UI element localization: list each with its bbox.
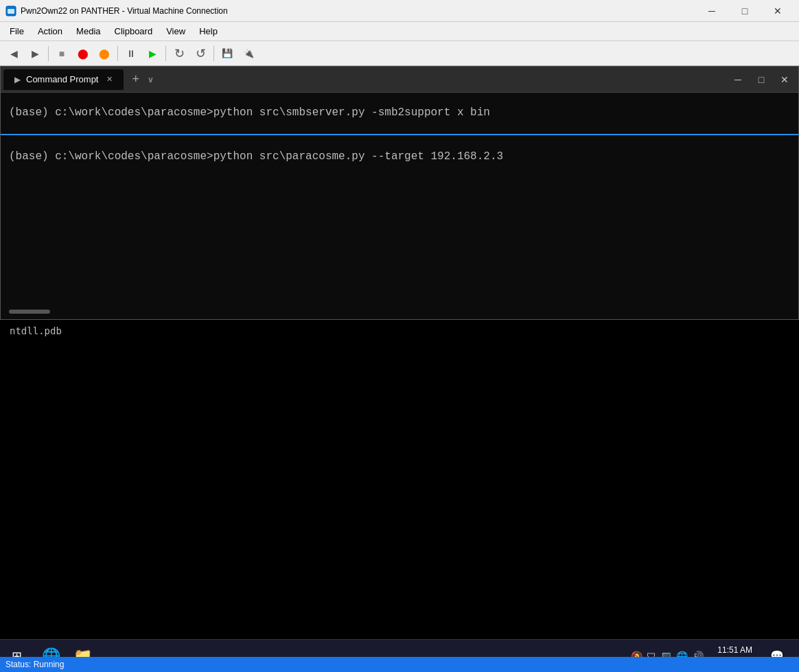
terminal-tab-close-button[interactable]: ✕ — [106, 75, 113, 84]
terminal-tabbar: ▶ Command Prompt ✕ + ∨ ─ □ ✕ — [1, 67, 798, 93]
window-title: Pwn2Own22 on PANTHER - Virtual Machine C… — [21, 6, 696, 16]
terminal-minimize-button[interactable]: ─ — [727, 70, 749, 89]
undo-button[interactable]: ↺ — [191, 44, 210, 63]
terminal-tab-chevron[interactable]: ∨ — [145, 75, 157, 84]
refresh-button[interactable]: ↻ — [170, 44, 189, 63]
status-bar: Status: Running — [0, 657, 799, 672]
terminal-maximize-button[interactable]: □ — [750, 70, 772, 89]
terminal-divider — [1, 134, 798, 135]
vm-window-icon — [5, 5, 16, 16]
terminal-window-controls: ─ □ ✕ — [727, 70, 796, 89]
terminal-tab-icon: ▶ — [14, 75, 21, 84]
usb-button[interactable]: 🔌 — [239, 44, 258, 63]
maximize-button[interactable]: □ — [729, 0, 761, 22]
status-text: Status: Running — [5, 660, 64, 669]
title-bar: Pwn2Own22 on PANTHER - Virtual Machine C… — [0, 0, 799, 22]
toolbar: ◀ ▶ ■ ⬤ ⬤ ⏸ ▶ ↻ ↺ 💾 🔌 — [0, 41, 799, 66]
terminal-new-tab-button[interactable]: + — [126, 72, 145, 86]
close-button[interactable]: ✕ — [762, 0, 794, 22]
pause-button[interactable]: ⏸ — [121, 44, 141, 63]
toolbar-sep-2 — [117, 46, 118, 61]
minimize-button[interactable]: ─ — [696, 0, 728, 22]
toolbar-sep-3 — [165, 46, 166, 61]
terminal-close-button[interactable]: ✕ — [774, 70, 796, 89]
terminal-content: (base) c:\work\codes\paracosme>python sr… — [1, 93, 798, 132]
toolbar-sep-1 — [48, 46, 49, 61]
menu-clipboard[interactable]: Clipboard — [108, 22, 160, 40]
terminal-scrollbar[interactable] — [9, 310, 50, 314]
play-button[interactable]: ▶ — [143, 44, 162, 63]
drive-button[interactable]: 💾 — [218, 44, 237, 63]
orange-circle-button[interactable]: ⬤ — [95, 44, 114, 63]
menu-help[interactable]: Help — [192, 22, 224, 40]
window-controls: ─ □ ✕ — [696, 0, 794, 22]
terminal-content-2: (base) c:\work\codes\paracosme>python sr… — [1, 137, 798, 176]
menu-bar: File Action Media Clipboard View Help — [0, 22, 799, 41]
clock-time: 11:51 AM — [717, 645, 752, 656]
red-circle-button[interactable]: ⬤ — [73, 44, 93, 63]
back-button[interactable]: ◀ — [4, 44, 23, 63]
forward-button[interactable]: ▶ — [25, 44, 45, 63]
terminal-tab-label: Command Prompt — [26, 74, 98, 84]
menu-file[interactable]: File — [3, 22, 31, 40]
terminal-line-1: (base) c:\work\codes\paracosme>python sr… — [9, 98, 790, 127]
vm-area: ▶ Command Prompt ✕ + ∨ ─ □ ✕ (base) c:\w… — [0, 66, 799, 672]
terminal-window: ▶ Command Prompt ✕ + ∨ ─ □ ✕ (base) c:\w… — [0, 66, 799, 320]
desktop-area: ntdll.pdb — [0, 320, 799, 639]
menu-media[interactable]: Media — [69, 22, 107, 40]
stop-button[interactable]: ■ — [52, 44, 71, 63]
terminal-line-2: (base) c:\work\codes\paracosme>python sr… — [9, 142, 790, 171]
svg-rect-1 — [8, 9, 14, 14]
menu-view[interactable]: View — [159, 22, 192, 40]
toolbar-sep-4 — [213, 46, 214, 61]
menu-action[interactable]: Action — [31, 22, 69, 40]
desktop-icon-ntdll[interactable]: ntdll.pdb — [10, 325, 62, 336]
terminal-tab-command-prompt[interactable]: ▶ Command Prompt ✕ — [3, 69, 124, 90]
